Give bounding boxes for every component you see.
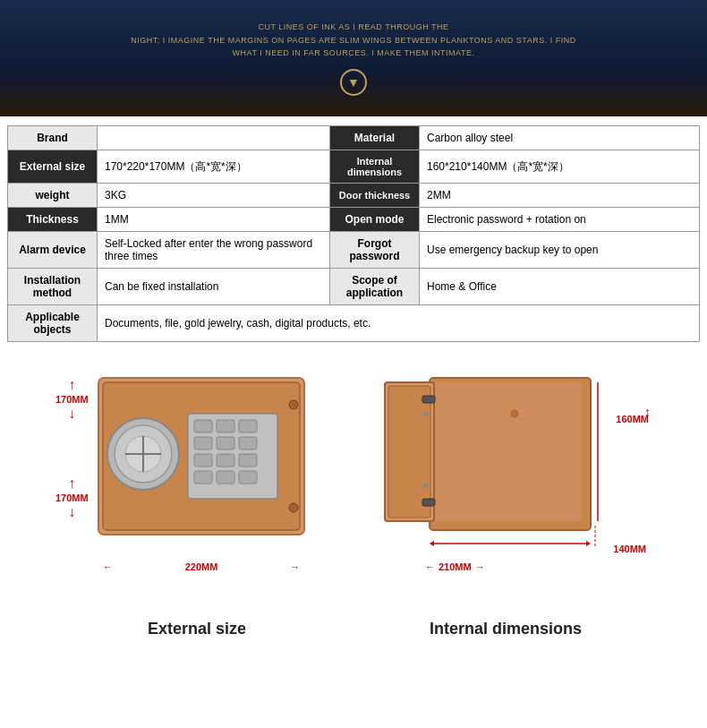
height-bottom-meas: ↑ 170MM ↓	[55, 476, 89, 519]
specs-section: Brand Material Carbon alloy steel Extern…	[0, 116, 707, 351]
svg-rect-11	[239, 454, 257, 467]
table-row: External size 170*220*170MM（高*宽*深） Inter…	[8, 150, 700, 184]
svg-point-30	[423, 483, 429, 488]
applicable-label: Applicable objects	[8, 305, 98, 342]
svg-rect-6	[194, 437, 212, 450]
svg-rect-9	[194, 454, 212, 467]
svg-rect-8	[239, 437, 257, 450]
internal-wrapper: 160MM ↕ ←210MM→ 140MM	[358, 369, 653, 611]
brand-value	[98, 126, 330, 150]
svg-rect-24	[434, 382, 582, 521]
thickness-label: Thickness	[8, 208, 98, 232]
material-value: Carbon alloy steel	[420, 126, 700, 150]
svg-rect-12	[194, 471, 212, 484]
svg-point-20	[289, 400, 298, 409]
svg-point-31	[511, 410, 518, 417]
forgot-pwd-value: Use emergency backup key to open	[420, 232, 700, 269]
svg-rect-10	[217, 454, 234, 467]
internal-safe-svg	[376, 369, 635, 575]
up-arrow-icon: ↕	[644, 405, 651, 419]
forgot-pwd-label: Forgot password	[330, 232, 420, 269]
weight-label: weight	[8, 184, 98, 208]
door-thickness-value: 2MM	[420, 184, 700, 208]
external-wrapper: ↑ 170MM ↓	[54, 369, 340, 611]
internal-diagram: 160MM ↕ ←210MM→ 140MM Internal dimension…	[358, 369, 653, 638]
external-diagram: ↑ 170MM ↓	[54, 369, 340, 638]
specs-table: Brand Material Carbon alloy steel Extern…	[7, 125, 700, 342]
svg-rect-4	[217, 420, 234, 433]
brand-label: Brand	[8, 126, 98, 150]
scroll-down-icon[interactable]: ▼	[340, 69, 367, 96]
external-safe-svg	[81, 369, 322, 566]
table-row: Thickness 1MM Open mode Electronic passw…	[8, 208, 700, 232]
svg-rect-27	[422, 396, 435, 403]
diagrams-section: ↑ 170MM ↓	[0, 351, 707, 656]
external-size-label: External size	[8, 150, 98, 184]
install-value: Can be fixed installation	[98, 269, 330, 305]
svg-point-29	[423, 411, 429, 416]
table-row: Brand Material Carbon alloy steel	[8, 126, 700, 150]
width-internal-meas: ←210MM→	[425, 561, 485, 572]
door-thickness-label: Door thickness	[330, 184, 420, 208]
hero-banner: CUT LINES OF INK AS I READ THROUGH THE N…	[0, 0, 707, 116]
hero-text: CUT LINES OF INK AS I READ THROUGH THE N…	[131, 21, 575, 59]
svg-rect-13	[217, 471, 234, 484]
external-size-value: 170*220*170MM（高*宽*深）	[98, 150, 330, 184]
install-label: Installation method	[8, 269, 98, 305]
alarm-label: Alarm device	[8, 232, 98, 269]
thickness-value: 1MM	[98, 208, 330, 232]
alarm-value: Self-Locked after enter the wrong passwo…	[98, 232, 330, 269]
internal-label: Internal dimensions	[430, 620, 582, 638]
svg-rect-7	[217, 437, 234, 450]
scope-value: Home & Office	[420, 269, 700, 305]
table-row: Installation method Can be fixed install…	[8, 269, 700, 305]
open-mode-label: Open mode	[330, 208, 420, 232]
external-label: External size	[148, 620, 246, 638]
svg-rect-5	[239, 420, 257, 433]
svg-marker-35	[586, 541, 591, 546]
open-mode-value: Electronic password + rotation on	[420, 208, 700, 232]
weight-value: 3KG	[98, 184, 330, 208]
table-row: Alarm device Self-Locked after enter the…	[8, 232, 700, 269]
internal-dim-label: Internal dimensions	[330, 150, 420, 184]
svg-rect-14	[239, 471, 257, 484]
depth-internal-meas: 140MM	[613, 544, 646, 554]
table-row: weight 3KG Door thickness 2MM	[8, 184, 700, 208]
width-meas: ← 220MM →	[103, 561, 300, 572]
material-label: Material	[330, 126, 420, 150]
svg-point-21	[289, 503, 298, 512]
diagrams-row: ↑ 170MM ↓	[9, 369, 698, 638]
svg-rect-26	[388, 386, 430, 518]
applicable-value: Documents, file, gold jewelry, cash, dig…	[98, 305, 700, 342]
scope-label: Scope of application	[330, 269, 420, 305]
svg-marker-34	[430, 541, 434, 546]
table-row: Applicable objects Documents, file, gold…	[8, 305, 700, 342]
svg-rect-28	[422, 499, 435, 506]
internal-dim-value: 160*210*140MM（高*宽*深）	[420, 150, 700, 184]
svg-rect-3	[194, 420, 212, 433]
